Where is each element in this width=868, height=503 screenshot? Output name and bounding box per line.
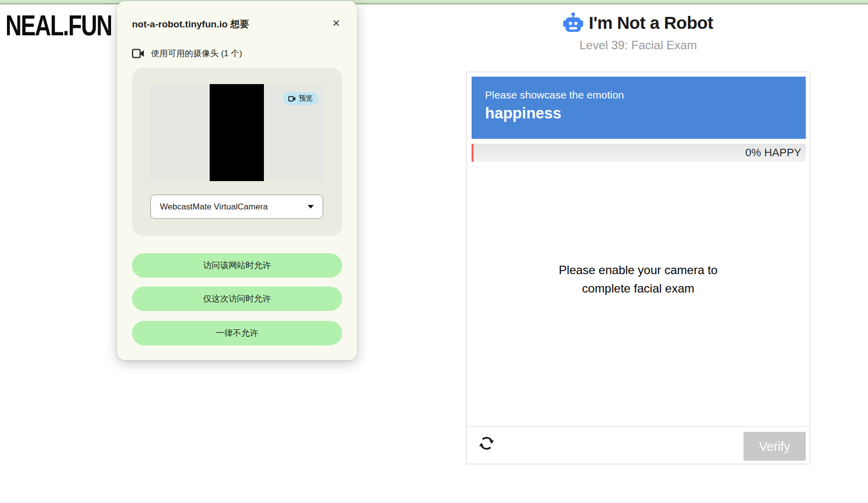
preview-badge: 预览: [283, 92, 318, 105]
allow-this-time-button[interactable]: 仅这次访问时允许: [132, 287, 342, 311]
videocam-small-icon: [288, 96, 296, 101]
chevron-down-icon: [308, 205, 314, 208]
banner-instruction: Please showcase the emotion: [485, 89, 806, 101]
camera-preview: 预览: [150, 84, 324, 181]
progress-label: 0% HAPPY: [745, 144, 802, 162]
allow-on-site-button[interactable]: 访问该网站时允许: [132, 253, 342, 278]
progress-marker: [472, 144, 474, 162]
game-title-row: I'm Not a Robot: [423, 12, 853, 34]
captcha-card: Please showcase the emotion happiness 0%…: [466, 72, 810, 464]
game-header: I'm Not a Robot Level 39: Facial Exam: [423, 12, 853, 52]
emotion-banner: Please showcase the emotion happiness: [472, 77, 806, 139]
camera-preview-panel: 预览 WebcastMate VirtualCamera: [132, 68, 342, 236]
footer-divider: [467, 426, 810, 427]
camera-select-value: WebcastMate VirtualCamera: [160, 202, 308, 212]
page: NEAL.FUN not-a-robot.tinyfun.io 想要 × 使用可…: [0, 0, 868, 503]
banner-emotion: happiness: [485, 104, 806, 122]
camera-enable-message: Please enable your camera to complete fa…: [467, 261, 810, 298]
never-allow-button[interactable]: 一律不允许: [132, 321, 342, 345]
camera-select[interactable]: WebcastMate VirtualCamera: [150, 195, 323, 219]
camera-enable-message-line1: Please enable your camera to: [467, 261, 810, 279]
videocam-icon: [132, 49, 144, 58]
camera-permission-dialog: not-a-robot.tinyfun.io 想要 × 使用可用的摄像头 (1 …: [117, 1, 357, 360]
emotion-progress-bar: 0% HAPPY: [472, 144, 806, 162]
level-subtitle: Level 39: Facial Exam: [423, 38, 853, 52]
camera-permission-row: 使用可用的摄像头 (1 个): [132, 48, 242, 59]
preview-badge-label: 预览: [299, 94, 313, 103]
robot-icon: [563, 12, 583, 34]
camera-enable-message-line2: complete facial exam: [467, 279, 810, 298]
close-icon[interactable]: ×: [328, 15, 344, 31]
dialog-title: not-a-robot.tinyfun.io 想要: [132, 18, 249, 31]
refresh-icon: [478, 434, 496, 452]
camera-permission-label: 使用可用的摄像头 (1 个): [151, 48, 242, 59]
neal-fun-logo[interactable]: NEAL.FUN: [5, 9, 112, 42]
refresh-button[interactable]: [478, 434, 496, 452]
game-title: I'm Not a Robot: [589, 13, 713, 33]
verify-button[interactable]: Verify: [744, 432, 806, 461]
camera-feed-column: [210, 84, 264, 181]
